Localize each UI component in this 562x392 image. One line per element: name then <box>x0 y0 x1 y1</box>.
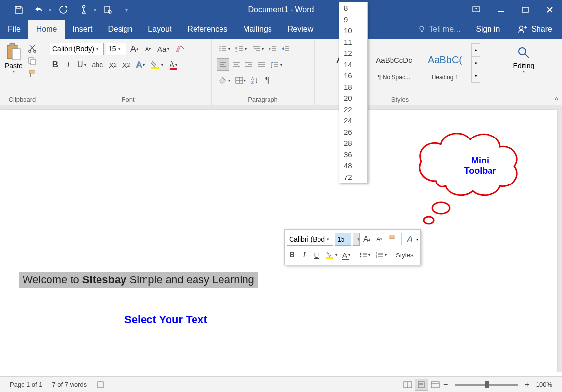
collapse-ribbon-button[interactable]: ʌ <box>555 95 558 102</box>
tab-home[interactable]: Home <box>28 20 65 39</box>
tab-references[interactable]: References <box>179 20 235 39</box>
signin-button[interactable]: Sign in <box>468 25 508 34</box>
qat-customize[interactable]: ▾ <box>125 7 128 13</box>
view-print-layout[interactable] <box>415 379 428 391</box>
copy-button[interactable] <box>26 56 38 67</box>
touch-mode-icon[interactable] <box>75 2 93 18</box>
zoom-level[interactable]: 100% <box>531 381 557 388</box>
tab-review[interactable]: Review <box>280 20 321 39</box>
size-option[interactable]: 8 <box>339 2 367 14</box>
size-option[interactable]: 10 <box>339 25 367 36</box>
tab-insert[interactable]: Insert <box>65 20 100 39</box>
bold-button[interactable]: B <box>50 58 61 71</box>
tab-mailings[interactable]: Mailings <box>235 20 280 39</box>
save-icon[interactable] <box>10 2 27 18</box>
underline-button[interactable]: U▾ <box>75 58 88 71</box>
size-option[interactable]: 24 <box>339 115 367 126</box>
align-right-button[interactable] <box>243 58 255 71</box>
tab-file[interactable]: File <box>0 20 28 39</box>
size-option[interactable]: 9 <box>339 14 367 25</box>
size-option[interactable]: 72 <box>339 171 367 183</box>
paste-button[interactable]: Paste ▾ <box>3 41 24 94</box>
numbering-button[interactable]: 123▾ <box>233 43 249 55</box>
close-button[interactable] <box>542 2 557 17</box>
mini-styles[interactable]: A <box>404 233 415 246</box>
text-effects-button[interactable]: A▾ <box>134 58 147 71</box>
tell-me-search[interactable]: Tell me... <box>410 25 468 34</box>
size-option[interactable]: 14 <box>339 59 367 70</box>
touch-dropdown[interactable]: ▾ <box>94 7 96 13</box>
mini-font-size[interactable]: 15 <box>335 233 351 246</box>
size-option[interactable]: 36 <box>339 149 367 160</box>
mini-bold[interactable]: B <box>287 249 297 261</box>
mini-font-family[interactable]: Calibri (Bod▾ <box>287 233 333 246</box>
share-button[interactable]: Share <box>508 24 562 34</box>
font-family-combo[interactable]: Calibri (Body)▾ <box>50 43 104 55</box>
highlight-button[interactable]: ▾ <box>148 58 165 71</box>
status-page[interactable]: Page 1 of 1 <box>5 381 48 388</box>
size-option[interactable]: 12 <box>339 47 367 59</box>
zoom-in-button[interactable]: + <box>523 380 531 389</box>
mini-highlight[interactable]: ▾ <box>323 249 339 261</box>
font-size-combo[interactable]: 15▾ <box>106 43 126 55</box>
mini-bullets[interactable]: ▾ <box>358 249 372 261</box>
mini-italic[interactable]: I <box>299 249 310 261</box>
font-color-button[interactable]: A▾ <box>167 58 179 71</box>
zoom-thumb[interactable] <box>485 381 489 388</box>
subscript-button[interactable]: X2 <box>107 58 119 71</box>
size-option[interactable]: 20 <box>339 92 367 104</box>
superscript-button[interactable]: X2 <box>121 58 132 71</box>
cut-button[interactable] <box>26 43 38 54</box>
sort-button[interactable]: AZ <box>249 74 261 87</box>
decrease-indent-button[interactable] <box>267 43 278 55</box>
style-no-spacing[interactable]: AaBbCcDc ¶ No Spac... <box>369 43 418 83</box>
tab-layout[interactable]: Layout <box>140 20 179 39</box>
borders-button[interactable]: ▾ <box>233 74 248 87</box>
size-option[interactable]: 26 <box>339 126 367 138</box>
find-button[interactable] <box>517 46 531 60</box>
style-scroll-down[interactable]: ▾ <box>472 57 480 70</box>
size-option[interactable]: 11 <box>339 36 367 47</box>
redo-icon[interactable] <box>54 2 72 18</box>
mini-grow-font[interactable]: A▴ <box>361 233 372 246</box>
show-marks-button[interactable]: ¶ <box>262 74 272 87</box>
strikethrough-button[interactable]: abc <box>90 58 105 71</box>
shrink-font-button[interactable]: A▾ <box>143 43 153 55</box>
mini-font-size-dropdown[interactable]: ▾ <box>353 233 360 246</box>
format-painter-button[interactable] <box>26 69 38 79</box>
ribbon-display-icon[interactable] <box>469 2 484 17</box>
grow-font-button[interactable]: A▴ <box>128 43 141 55</box>
zoom-slider[interactable] <box>455 384 518 386</box>
status-words[interactable]: 7 of 7 words <box>48 381 92 388</box>
mini-styles-label[interactable]: Styles <box>394 249 415 261</box>
size-option[interactable]: 16 <box>339 70 367 81</box>
zoom-out-button[interactable]: − <box>442 380 450 389</box>
size-option[interactable]: 22 <box>339 104 367 115</box>
align-left-button[interactable] <box>217 58 229 71</box>
size-option[interactable]: 28 <box>339 138 367 149</box>
size-option[interactable]: 48 <box>339 160 367 171</box>
mini-underline[interactable]: U <box>311 249 322 261</box>
mini-font-color[interactable]: A▾ <box>341 249 352 261</box>
minimize-button[interactable] <box>493 2 508 17</box>
multilevel-button[interactable]: ▾ <box>250 43 266 55</box>
size-option[interactable]: 18 <box>339 81 367 92</box>
style-expand[interactable]: ▾ <box>472 69 480 83</box>
shading-button[interactable]: ▾ <box>217 74 232 87</box>
line-spacing-button[interactable]: ▾ <box>269 58 284 71</box>
mini-numbering[interactable]: 123▾ <box>374 249 389 261</box>
maximize-button[interactable] <box>518 2 533 17</box>
selected-text[interactable]: Welcome to Sitesbay Simple and easy Lear… <box>19 272 258 288</box>
bullets-button[interactable]: ▾ <box>217 43 232 55</box>
undo-dropdown[interactable]: ▾ <box>49 7 51 13</box>
italic-button[interactable]: I <box>63 58 73 71</box>
print-preview-icon[interactable] <box>99 2 117 18</box>
justify-button[interactable] <box>256 58 268 71</box>
undo-icon[interactable] <box>30 2 48 18</box>
view-read-mode[interactable] <box>401 379 415 391</box>
change-case-button[interactable]: Aa▾ <box>155 43 171 55</box>
align-center-button[interactable] <box>230 58 242 71</box>
view-web-layout[interactable] <box>428 379 442 391</box>
clear-formatting-button[interactable] <box>173 43 187 55</box>
mini-format-painter[interactable] <box>386 233 399 246</box>
